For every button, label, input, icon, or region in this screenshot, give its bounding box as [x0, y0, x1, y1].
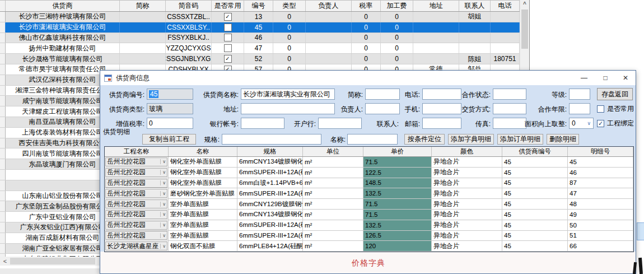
unit-price-cell[interactable]: 122.5: [363, 168, 432, 178]
detail-cell-0[interactable]: 岳州北控花园∨: [105, 157, 169, 167]
delete-detail-button[interactable]: 删除明细: [547, 134, 579, 145]
detail-cell-1[interactable]: 室外单面贴膜: [169, 210, 237, 220]
detail-cell-3[interactable]: m²: [303, 220, 363, 230]
detail-cell-2[interactable]: 6mmCNY129B镀膜钢化: [237, 199, 303, 209]
detail-row[interactable]: 长沙龙湖祺鑫星座∨钢化双面不贴膜6mmPLE84+12A(硅酮胶...m²120…: [105, 241, 633, 252]
detail-cell-6[interactable]: 45: [502, 178, 568, 188]
detail-row[interactable]: 岳州北控花园∨钢化室外单面贴膜6mmCNY134镀膜钢化m²71.5异地合片45…: [105, 157, 633, 168]
unit-price-cell[interactable]: 71.5: [363, 157, 432, 167]
detail-cell-2[interactable]: 6mmPLE84+12A(硅酮胶...: [237, 241, 303, 251]
detail-cell-5[interactable]: 异地合片: [432, 210, 502, 220]
detail-row[interactable]: 岳州北控花园∨室外单面贴膜6mmSUPER-III+12A(硅...m²132.…: [105, 220, 633, 231]
detail-cell-3[interactable]: m²: [303, 210, 363, 220]
detail-column-header-0[interactable]: 工程名称: [105, 147, 169, 156]
detail-cell-5[interactable]: 异地合片: [432, 241, 502, 251]
detail-cell-7[interactable]: 50: [568, 220, 633, 230]
scroll-left-icon[interactable]: <: [1, 257, 9, 266]
name-filter-input[interactable]: [347, 134, 398, 145]
detail-cell-5[interactable]: 异地合片: [432, 188, 502, 198]
unit-price-cell[interactable]: 126.5: [363, 231, 432, 241]
unit-price-cell[interactable]: 71.5: [363, 210, 432, 220]
detail-cell-7[interactable]: 87: [568, 178, 633, 188]
address-field[interactable]: [241, 103, 335, 114]
chevron-down-icon[interactable]: ∨: [160, 191, 166, 196]
detail-column-header-2[interactable]: 规格: [237, 147, 303, 156]
column-header-2[interactable]: 简称: [120, 1, 166, 11]
area-round-up-combobox[interactable]: 0 ∨: [569, 118, 594, 129]
detail-cell-6[interactable]: 45: [502, 210, 568, 220]
detail-cell-2[interactable]: 6mmSUPER-III+12A(硅...: [237, 220, 303, 230]
chevron-down-icon[interactable]: ∨: [160, 244, 166, 249]
column-header-9[interactable]: 加工费: [381, 1, 413, 11]
detail-column-header-6[interactable]: 供货商编号: [502, 147, 568, 156]
detail-row[interactable]: 岳州北控花园∨室外单面贴膜6mmSUPER-III+12A(硅...m²126.…: [105, 231, 633, 242]
column-header-10[interactable]: 地址: [413, 1, 459, 11]
chevron-down-icon[interactable]: ∨: [160, 233, 166, 238]
column-header-6[interactable]: 类型: [273, 1, 306, 11]
detail-cell-0[interactable]: 岳州北控花园∨: [105, 231, 169, 241]
project-name-combobox[interactable]: 岳州北控花园∨: [105, 221, 167, 230]
unit-price-cell[interactable]: 132.5: [363, 220, 432, 230]
chevron-down-icon[interactable]: ∨: [160, 212, 166, 217]
detail-cell-6[interactable]: 45: [502, 157, 568, 167]
detail-cell-7[interactable]: 49: [568, 210, 633, 220]
chevron-down-icon[interactable]: ∨: [160, 222, 166, 227]
spec-filter-input[interactable]: [222, 134, 321, 145]
supplier-row[interactable]: 佛山市亿鑫玻璃科技有限公司FSSYXBLKJ..46000: [0, 33, 529, 44]
common-checkbox[interactable]: ✓: [224, 55, 232, 63]
detail-cell-3[interactable]: m²: [303, 199, 363, 209]
detail-cell-2[interactable]: 6mmCNY134镀膜钢化: [237, 157, 303, 167]
minimize-button[interactable]: —: [575, 71, 594, 85]
unit-price-cell[interactable]: 120: [363, 241, 432, 251]
project-name-combobox[interactable]: 岳州北控花园∨: [105, 210, 167, 219]
project-name-combobox[interactable]: 岳州北控花园∨: [105, 189, 167, 198]
supplier-row[interactable]: 长沙晟格节能玻璃有限公司CSSGJNBLYXGS✓52000陈姐180751: [0, 54, 529, 64]
add-dictionary-detail-button[interactable]: 添加字典明细: [448, 134, 494, 145]
bank-account-field[interactable]: [241, 118, 284, 129]
supplier-row[interactable]: 扬州中勤建材有限公司YZZQJCYXGS47000: [0, 43, 529, 54]
detail-cell-6[interactable]: 45: [502, 168, 568, 178]
detail-cell-3[interactable]: m²: [303, 231, 363, 241]
maximize-button[interactable]: □: [596, 71, 615, 85]
save-return-button[interactable]: 存盘返回: [597, 88, 633, 100]
detail-cell-2[interactable]: 6mm白玻+1.14PVB+6mm...: [237, 178, 303, 188]
column-header-7[interactable]: 负责人: [306, 1, 352, 11]
common-checkbox[interactable]: [224, 34, 232, 41]
detail-cell-2[interactable]: 6mmSUPER-III+12A(硅...: [237, 188, 303, 198]
common-checkbox[interactable]: [224, 44, 232, 52]
detail-cell-6[interactable]: 45: [502, 188, 568, 198]
supplier-type-field[interactable]: 玻璃: [147, 103, 193, 114]
column-header-8[interactable]: 税率: [352, 1, 381, 11]
unit-price-cell[interactable]: 71.5: [363, 199, 432, 209]
detail-cell-7[interactable]: 45: [568, 157, 633, 167]
chevron-down-icon[interactable]: ∨: [160, 180, 166, 185]
detail-cell-1[interactable]: 磨砂钢化室外单面贴膜: [169, 188, 237, 198]
project-name-combobox[interactable]: 岳州北控花园∨: [105, 168, 167, 177]
unit-price-cell[interactable]: 148.5: [363, 178, 432, 188]
detail-column-header-7[interactable]: 明细号: [568, 147, 633, 156]
detail-cell-2[interactable]: 6mmSUPER-III+12A(硅...: [237, 168, 303, 178]
detail-row[interactable]: 岳州北控花园∨磨砂钢化室外单面贴膜6mmSUPER-III+12A(硅...m²…: [105, 188, 633, 199]
detail-cell-3[interactable]: m²: [303, 157, 363, 167]
project-binding-checkbox[interactable]: ✓ 工程绑定: [597, 118, 634, 129]
column-header-3[interactable]: 简音码: [166, 1, 212, 11]
detail-cell-1[interactable]: 钢化双面不贴膜: [169, 241, 237, 251]
chevron-down-icon[interactable]: ∨: [160, 159, 166, 164]
detail-row[interactable]: 岳州北控花园∨钢化室外单面贴膜6mm白玻+1.14PVB+6mm...m²148…: [105, 178, 633, 189]
add-order-detail-button[interactable]: 添加订单明细: [497, 134, 543, 145]
detail-cell-5[interactable]: 异地合片: [432, 178, 502, 188]
abbr-field[interactable]: [365, 89, 400, 100]
project-name-combobox[interactable]: 长沙龙湖祺鑫星座∨: [105, 242, 167, 250]
detail-cell-1[interactable]: 室外单面贴膜: [169, 231, 237, 241]
hscroll-thumb[interactable]: [10, 258, 95, 264]
detail-cell-3[interactable]: m²: [303, 241, 363, 251]
detail-cell-5[interactable]: 异地合片: [432, 157, 502, 167]
column-header-12[interactable]: 电话: [491, 1, 520, 11]
detail-cell-1[interactable]: 钢化室外单面贴膜: [169, 168, 237, 178]
dialog-titlebar[interactable]: 供货商信息: [100, 71, 636, 85]
project-name-combobox[interactable]: 岳州北控花园∨: [105, 179, 167, 188]
detail-cell-7[interactable]: 51: [568, 231, 633, 241]
supplier-row[interactable]: 长沙市潇湘玻璃实业有限公司CSSXXBLSY..45000: [0, 22, 529, 33]
detail-cell-0[interactable]: 岳州北控花园∨: [105, 168, 169, 178]
unit-price-cell[interactable]: 132.5: [363, 188, 432, 198]
